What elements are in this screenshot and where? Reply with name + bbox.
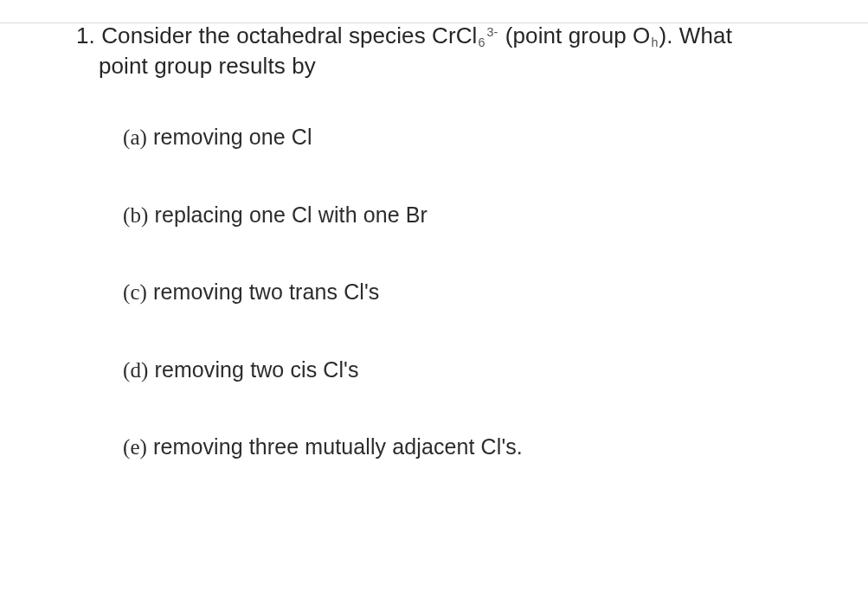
pointgroup-subscript: h [650, 35, 659, 49]
page: 1. Consider the octahedral species CrCl6… [0, 0, 868, 591]
formula-superscript: 3- [486, 25, 499, 39]
option-text: removing three mutually adjacent Cl's. [147, 434, 523, 459]
formula-subscript: 6 [477, 35, 485, 49]
stem-text-1: Consider the octahedral species [101, 22, 432, 48]
options-list: (a) removing one Cl (b) replacing one Cl… [123, 123, 833, 462]
option-e: (e) removing three mutually adjacent Cl'… [123, 433, 833, 462]
option-b: (b) replacing one Cl with one Br [123, 201, 833, 230]
option-label: (e) [123, 435, 147, 459]
option-text: removing one Cl [147, 125, 312, 149]
option-label: (c) [123, 280, 147, 304]
option-label: (a) [123, 125, 147, 149]
question-block: 1. Consider the octahedral species CrCl6… [76, 21, 833, 462]
option-a: (a) removing one Cl [123, 123, 833, 152]
option-text: replacing one Cl with one Br [148, 202, 428, 227]
option-label: (b) [123, 203, 148, 227]
option-text: removing two cis Cl's [148, 357, 358, 382]
question-stem: 1. Consider the octahedral species CrCl6… [76, 21, 833, 81]
option-c: (c) removing two trans Cl's [123, 278, 833, 307]
option-text: removing two trans Cl's [147, 279, 379, 304]
pointgroup-base: O [633, 22, 650, 48]
option-label: (d) [123, 358, 148, 382]
stem-text-mid: (point group [498, 22, 633, 48]
option-d: (d) removing two cis Cl's [123, 356, 833, 385]
formula-base: CrCl [432, 22, 477, 48]
question-number: 1. [76, 22, 95, 48]
stem-line-2: point group results by [99, 51, 833, 81]
stem-text-after: ). What [659, 22, 732, 48]
